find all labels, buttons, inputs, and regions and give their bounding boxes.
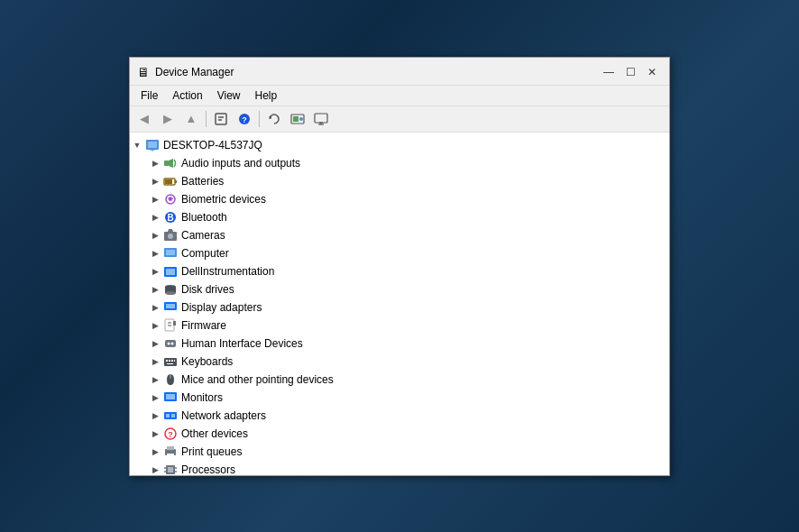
list-item[interactable]: ▶ Mice and other pointing devices bbox=[130, 371, 669, 389]
expand-icon[interactable]: ▶ bbox=[148, 463, 162, 475]
content-area: ▼ DESKTOP-4L537JQ ▶ Audio inputs and out… bbox=[130, 133, 669, 475]
expand-icon[interactable]: ▶ bbox=[148, 210, 162, 225]
menu-action[interactable]: Action bbox=[165, 87, 209, 104]
item-label: Other devices bbox=[181, 427, 248, 440]
svg-rect-46 bbox=[166, 360, 168, 362]
menu-view[interactable]: View bbox=[210, 87, 248, 104]
list-item[interactable]: ▶ DellInstrumentation bbox=[130, 262, 669, 280]
svg-rect-60 bbox=[167, 446, 174, 450]
close-button[interactable]: ✕ bbox=[642, 63, 662, 81]
menu-help[interactable]: Help bbox=[248, 87, 285, 104]
list-item[interactable]: ▶ Human Interface Devices bbox=[130, 335, 669, 353]
expand-icon[interactable]: ▶ bbox=[148, 300, 162, 315]
processor-icon bbox=[162, 462, 179, 475]
list-item[interactable]: ▶ Firmware bbox=[130, 316, 669, 335]
dell-icon bbox=[162, 263, 179, 280]
svg-rect-50 bbox=[167, 363, 173, 364]
list-item[interactable]: ▶ Cameras bbox=[130, 226, 669, 244]
window-icon: 🖥 bbox=[137, 65, 150, 79]
expand-icon[interactable]: ▶ bbox=[148, 445, 162, 459]
svg-marker-28 bbox=[168, 229, 173, 232]
scan-button[interactable] bbox=[287, 109, 308, 129]
list-item[interactable]: ▶ Network adapters bbox=[130, 407, 669, 425]
biometric-icon bbox=[162, 191, 179, 207]
root-label: DESKTOP-4L537JQ bbox=[163, 139, 262, 151]
expand-icon[interactable]: ▶ bbox=[148, 228, 162, 243]
root-icon bbox=[144, 137, 161, 153]
device-tree[interactable]: ▼ DESKTOP-4L537JQ ▶ Audio inputs and out… bbox=[130, 133, 669, 475]
item-label: Audio inputs and outputs bbox=[181, 157, 300, 170]
maximize-button[interactable]: ☐ bbox=[620, 63, 640, 81]
item-label: Display adapters bbox=[181, 301, 262, 314]
minimize-button[interactable]: — bbox=[599, 63, 619, 81]
toolbar: ◀ ▶ ▲ ? bbox=[130, 106, 669, 133]
back-button[interactable]: ◀ bbox=[133, 109, 155, 129]
svg-rect-21 bbox=[165, 179, 172, 184]
item-label: Monitors bbox=[181, 391, 223, 404]
svg-rect-41 bbox=[173, 321, 176, 326]
list-item[interactable]: ▶ Biometric devices bbox=[130, 190, 669, 208]
expand-icon[interactable]: ▶ bbox=[148, 282, 162, 297]
firmware-icon bbox=[162, 317, 179, 334]
expand-icon[interactable]: ▶ bbox=[148, 174, 162, 188]
svg-rect-37 bbox=[166, 304, 175, 308]
root-expand[interactable]: ▼ bbox=[130, 138, 144, 152]
audio-icon bbox=[162, 155, 179, 171]
item-label: Processors bbox=[181, 463, 235, 475]
list-item[interactable]: ▶ Display adapters bbox=[130, 298, 669, 316]
refresh-button[interactable] bbox=[263, 109, 285, 129]
list-item[interactable]: ▶ ? Other devices bbox=[130, 425, 669, 443]
menu-file[interactable]: File bbox=[133, 87, 165, 104]
svg-rect-47 bbox=[169, 360, 170, 362]
toolbar-separator-2 bbox=[259, 111, 260, 127]
expand-icon[interactable]: ▶ bbox=[148, 336, 162, 351]
expand-icon[interactable]: ▶ bbox=[148, 354, 162, 369]
list-item[interactable]: ▶ Batteries bbox=[130, 172, 669, 190]
item-label: Network adapters bbox=[181, 409, 266, 422]
expand-icon[interactable]: ▶ bbox=[148, 427, 162, 441]
expand-icon[interactable]: ▶ bbox=[148, 408, 162, 423]
svg-point-43 bbox=[168, 342, 170, 344]
item-label: Print queues bbox=[181, 445, 242, 458]
list-item[interactable]: ▶ B Bluetooth bbox=[130, 208, 669, 226]
expand-icon[interactable]: ▶ bbox=[148, 246, 162, 261]
item-label: Biometric devices bbox=[181, 193, 266, 206]
list-item[interactable]: ▶ Keyboards bbox=[130, 353, 669, 371]
svg-rect-7 bbox=[293, 116, 298, 122]
up-button[interactable]: ▲ bbox=[180, 109, 202, 129]
display-button[interactable] bbox=[310, 109, 332, 129]
forward-button[interactable]: ▶ bbox=[157, 109, 179, 129]
expand-icon[interactable]: ▶ bbox=[148, 192, 162, 206]
item-label: Human Interface Devices bbox=[181, 337, 303, 350]
item-label: Keyboards bbox=[181, 355, 233, 368]
device-manager-window: 🖥 Device Manager — ☐ ✕ File Action View … bbox=[129, 57, 670, 476]
svg-rect-49 bbox=[174, 360, 175, 362]
expand-icon[interactable]: ▶ bbox=[148, 156, 162, 170]
svg-text:?: ? bbox=[242, 115, 247, 124]
tree-root[interactable]: ▼ DESKTOP-4L537JQ bbox=[130, 136, 669, 154]
expand-icon[interactable]: ▶ bbox=[148, 390, 162, 405]
help-icon-button[interactable]: ? bbox=[234, 109, 255, 129]
list-item[interactable]: ▶ Print queues bbox=[130, 443, 669, 461]
list-item[interactable]: ▶ Monitors bbox=[130, 389, 669, 407]
properties-button[interactable] bbox=[210, 109, 232, 129]
menu-bar: File Action View Help bbox=[130, 86, 669, 106]
svg-rect-0 bbox=[216, 114, 226, 124]
svg-rect-30 bbox=[166, 250, 175, 255]
item-label: Batteries bbox=[181, 175, 224, 188]
disk-icon bbox=[162, 281, 179, 298]
bluetooth-icon: B bbox=[162, 209, 179, 225]
print-icon bbox=[162, 444, 179, 460]
svg-rect-53 bbox=[166, 394, 175, 399]
list-item[interactable]: ▶ Computer bbox=[130, 244, 669, 262]
list-item[interactable]: ▶ Disk drives bbox=[130, 280, 669, 298]
svg-rect-63 bbox=[168, 467, 173, 472]
expand-icon[interactable]: ▶ bbox=[148, 318, 162, 333]
expand-icon[interactable]: ▶ bbox=[148, 264, 162, 279]
list-item[interactable]: ▶ Audio inputs and outputs bbox=[130, 154, 669, 172]
title-bar-controls: — ☐ ✕ bbox=[599, 63, 662, 81]
expand-icon[interactable]: ▶ bbox=[148, 372, 162, 387]
list-item[interactable]: ▶ Processors bbox=[130, 461, 669, 475]
svg-rect-20 bbox=[175, 180, 177, 183]
display-icon bbox=[162, 299, 179, 316]
